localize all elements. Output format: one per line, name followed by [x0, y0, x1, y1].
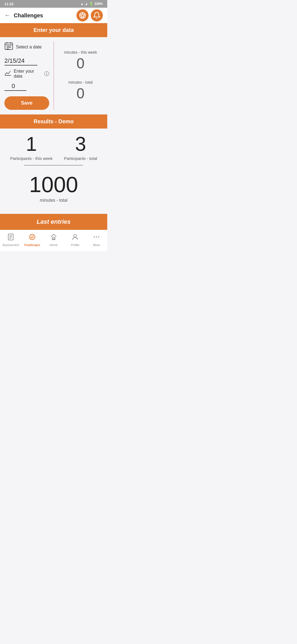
battery-percent: 100%: [94, 2, 103, 6]
left-panel: Select a date Enter your data ⓘ Save: [4, 42, 49, 110]
more-icon: [93, 233, 100, 242]
signal-icon: ▲: [85, 2, 88, 6]
badge-button[interactable]: [76, 9, 89, 21]
chart-icon: [4, 70, 12, 78]
nav-item-challenges[interactable]: Challenges: [21, 232, 43, 248]
assessment-label: Assessment: [2, 243, 19, 247]
participants-total-label: Participants - total: [64, 156, 97, 161]
right-panel: minutes - this week 0 minutes - total 0: [58, 42, 103, 110]
save-button[interactable]: Save: [4, 96, 49, 110]
minutes-this-week-value: 0: [76, 56, 84, 71]
wifi-icon: ▲: [81, 2, 84, 6]
home-label: Home: [50, 243, 57, 247]
top-nav: ← Challenges: [0, 8, 107, 23]
status-time: 11:32: [4, 2, 13, 6]
participants-this-week: 1 Participants - this week: [10, 134, 53, 161]
data-entry-label: Enter your data: [14, 69, 42, 79]
svg-point-15: [31, 235, 34, 239]
challenges-icon: [29, 233, 36, 242]
date-selector: Select a date: [4, 42, 49, 52]
nav-item-more[interactable]: More: [86, 232, 107, 248]
nav-item-home[interactable]: Home: [43, 232, 64, 248]
svg-marker-1: [80, 13, 85, 18]
back-button[interactable]: ←: [4, 12, 10, 19]
challenges-label: Challenges: [24, 243, 40, 247]
last-entries-header: Last entries: [0, 214, 107, 230]
nav-item-assessment[interactable]: Assessment: [0, 232, 21, 248]
minutes-total-value: 0: [76, 86, 84, 101]
profile-label: Profile: [71, 243, 79, 247]
enter-data-header: Enter your data: [0, 23, 107, 37]
total-minutes-value: 1000: [29, 174, 78, 196]
participants-total: 3 Participants - total: [64, 134, 97, 161]
svg-point-22: [98, 236, 99, 238]
svg-rect-16: [52, 237, 55, 240]
total-minutes-label: minutes - total: [40, 198, 67, 203]
notification-button[interactable]: [91, 9, 103, 21]
svg-point-20: [94, 236, 95, 238]
info-icon[interactable]: ⓘ: [44, 70, 49, 77]
enter-data-panel: Select a date Enter your data ⓘ Save min…: [0, 37, 107, 114]
results-section: 1 Participants - this week 3 Participant…: [0, 129, 107, 214]
data-entry-label-row: Enter your data ⓘ: [4, 69, 49, 79]
participants-total-value: 3: [75, 134, 86, 154]
nav-icons: [76, 9, 103, 21]
participants-row: 1 Participants - this week 3 Participant…: [4, 134, 103, 161]
calendar-icon: [4, 42, 13, 52]
nav-item-profile[interactable]: Profile: [64, 232, 86, 248]
date-label: Select a date: [16, 45, 42, 50]
minutes-total-label: minutes - total: [68, 80, 93, 84]
results-separator: [24, 165, 83, 165]
minutes-this-week-label: minutes - this week: [64, 50, 97, 54]
battery-icon: 🔋: [89, 2, 93, 6]
home-icon: [50, 233, 57, 242]
status-icons: ▲ ▲ 🔋 100%: [81, 2, 103, 6]
more-label: More: [93, 243, 100, 247]
page-title: Challenges: [14, 12, 43, 19]
profile-icon: [72, 233, 79, 242]
svg-point-21: [96, 236, 97, 238]
svg-point-19: [74, 234, 76, 237]
enter-data-title: Enter your data: [34, 27, 74, 33]
data-value-input[interactable]: [4, 82, 26, 91]
panel-divider: [54, 42, 54, 110]
date-input[interactable]: [4, 57, 37, 66]
results-title: Results - Demo: [34, 118, 74, 124]
assessment-icon: [7, 233, 14, 242]
results-header: Results - Demo: [0, 114, 107, 129]
bottom-nav: Assessment Challenges Home: [0, 230, 107, 251]
last-entries-title: Last entries: [37, 218, 71, 225]
total-minutes-section: 1000 minutes - total: [4, 171, 103, 208]
participants-this-week-label: Participants - this week: [10, 156, 53, 161]
participants-this-week-value: 1: [26, 134, 37, 154]
status-bar: 11:32 ▲ ▲ 🔋 100%: [0, 0, 107, 8]
